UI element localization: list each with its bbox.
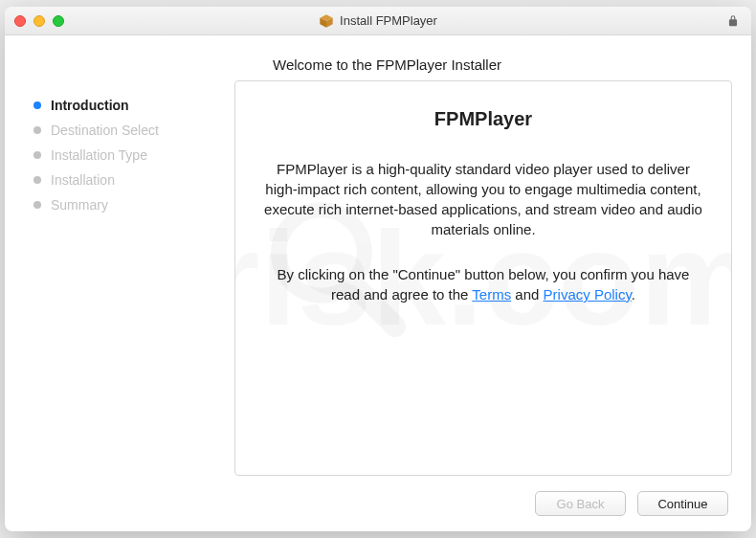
sidebar-item-installation-type: Installation Type — [33, 147, 215, 163]
step-dot-icon — [33, 101, 41, 109]
body2-post: . — [632, 286, 635, 303]
step-label: Installation — [51, 172, 115, 188]
sidebar-item-destination-select: Destination Select — [33, 123, 215, 138]
privacy-policy-link[interactable]: Privacy Policy — [544, 286, 632, 303]
content-panel: risk.com FPMPlayer FPMPlayer is a high-q… — [234, 80, 732, 476]
traffic-lights — [14, 15, 64, 27]
content-body-1: FPMPlayer is a high-quality standard vid… — [262, 159, 704, 239]
sidebar-item-introduction: Introduction — [33, 98, 215, 113]
body2-mid: and — [511, 286, 543, 303]
terms-link[interactable]: Terms — [472, 286, 511, 303]
content-title: FPMPlayer — [262, 108, 704, 130]
step-label: Destination Select — [51, 123, 159, 138]
step-dot-icon — [33, 201, 41, 209]
content-body-2: By clicking on the "Continue" button bel… — [262, 264, 704, 304]
continue-button[interactable]: Continue — [637, 491, 728, 516]
titlebar: Install FPMPlayer — [5, 7, 751, 35]
lock-icon[interactable] — [726, 14, 740, 28]
step-label: Installation Type — [51, 147, 147, 163]
sidebar-item-installation: Installation — [33, 172, 215, 188]
step-dot-icon — [33, 151, 41, 159]
package-icon — [319, 13, 334, 29]
step-label: Introduction — [51, 98, 129, 113]
sidebar: Introduction Destination Select Installa… — [24, 80, 215, 476]
minimize-button[interactable] — [33, 15, 45, 27]
subtitle: Welcome to the FPMPlayer Installer — [24, 35, 732, 80]
window-title: Install FPMPlayer — [340, 13, 437, 28]
footer: Go Back Continue — [24, 476, 732, 516]
main-row: Introduction Destination Select Installa… — [24, 80, 732, 476]
step-dot-icon — [33, 126, 41, 134]
go-back-button: Go Back — [535, 491, 626, 516]
installer-window: Install FPMPlayer Welcome to the FPMPlay… — [5, 7, 751, 531]
close-button[interactable] — [14, 15, 26, 27]
title-wrap: Install FPMPlayer — [14, 13, 742, 29]
step-label: Summary — [51, 197, 108, 213]
body: Welcome to the FPMPlayer Installer Intro… — [5, 35, 751, 531]
sidebar-item-summary: Summary — [33, 197, 215, 213]
maximize-button[interactable] — [53, 15, 64, 27]
step-dot-icon — [33, 176, 41, 184]
